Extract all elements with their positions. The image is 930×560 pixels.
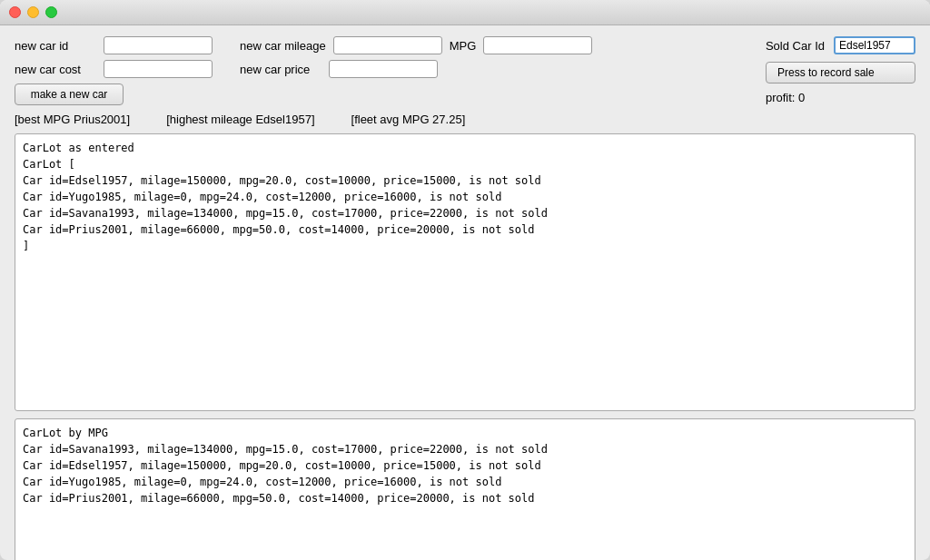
new-car-price-input[interactable]	[329, 60, 438, 78]
mpg-label: MPG	[450, 39, 477, 53]
text-boxes-column: CarLot as entered CarLot [Car id=Edsel19…	[15, 133, 915, 560]
profit-label: profit: 0	[766, 91, 915, 104]
new-car-mileage-label: new car mileage	[240, 39, 326, 53]
main-content: new car id new car cost make a new car n…	[0, 25, 930, 560]
new-car-price-label: new car price	[240, 63, 322, 76]
carlot-by-mpg-line: Car id=Edsel1957, milage=150000, mpg=20.…	[23, 457, 907, 474]
top-controls: new car id new car cost make a new car n…	[15, 36, 915, 105]
left-controls: new car id new car cost make a new car	[15, 36, 213, 105]
sold-car-id-label: Sold Car Id	[766, 39, 825, 53]
new-car-cost-label: new car cost	[15, 63, 96, 76]
carlot-as-entered-line: Car id=Edsel1957, milage=150000, mpg=20.…	[23, 172, 907, 189]
carlot-as-entered-line: Car id=Prius2001, milage=66000, mpg=50.0…	[23, 221, 907, 238]
carlot-by-mpg-line: Car id=Savana1993, milage=134000, mpg=15…	[23, 441, 907, 457]
carlot-by-mpg-title: CarLot by MPG	[23, 425, 907, 441]
new-car-mileage-input[interactable]	[333, 36, 442, 54]
make-car-row: make a new car	[15, 84, 213, 105]
highest-mileage-stat: [highest mileage Edsel1957]	[166, 113, 314, 126]
new-car-id-input[interactable]	[104, 36, 213, 54]
middle-controls: new car mileage MPG new car price	[240, 36, 592, 78]
new-car-mileage-row: new car mileage MPG	[240, 36, 592, 54]
right-controls: Sold Car Id Press to record sale profit:…	[766, 36, 915, 104]
make-car-button[interactable]: make a new car	[15, 84, 124, 105]
maximize-button[interactable]	[45, 6, 57, 18]
best-mpg-stat: [best MPG Prius2001]	[15, 113, 130, 126]
carlot-as-entered-line: CarLot [	[23, 156, 907, 172]
record-sale-button[interactable]: Press to record sale	[766, 62, 915, 84]
carlot-as-entered-lines: CarLot [Car id=Edsel1957, milage=150000,…	[23, 156, 907, 254]
new-car-id-row: new car id	[15, 36, 213, 54]
new-car-cost-row: new car cost	[15, 60, 213, 78]
carlot-as-entered-title: CarLot as entered	[23, 140, 907, 156]
sold-car-id-input[interactable]	[834, 36, 915, 54]
sold-car-id-row: Sold Car Id	[766, 36, 915, 54]
carlot-as-entered-line: ]	[23, 238, 907, 254]
main-window: new car id new car cost make a new car n…	[0, 0, 930, 560]
close-button[interactable]	[9, 6, 21, 18]
mpg-input[interactable]	[483, 36, 592, 54]
new-car-cost-input[interactable]	[104, 60, 213, 78]
new-car-id-label: new car id	[15, 39, 96, 53]
new-car-price-row: new car price	[240, 60, 592, 78]
title-bar	[0, 0, 930, 25]
carlot-as-entered-line: Car id=Savana1993, milage=134000, mpg=15…	[23, 205, 907, 221]
carlot-by-mpg-line: Car id=Yugo1985, milage=0, mpg=24.0, cos…	[23, 474, 907, 490]
carlot-as-entered-line: Car id=Yugo1985, milage=0, mpg=24.0, cos…	[23, 189, 907, 205]
minimize-button[interactable]	[27, 6, 39, 18]
carlot-by-mpg-line: Car id=Prius2001, milage=66000, mpg=50.0…	[23, 490, 907, 506]
stats-row: [best MPG Prius2001] [highest mileage Ed…	[15, 113, 915, 126]
carlot-by-mpg-lines: Car id=Savana1993, milage=134000, mpg=15…	[23, 441, 907, 506]
carlot-by-mpg-box: CarLot by MPG Car id=Savana1993, milage=…	[15, 418, 915, 560]
carlot-as-entered-box: CarLot as entered CarLot [Car id=Edsel19…	[15, 133, 915, 411]
fleet-avg-mpg-stat: [fleet avg MPG 27.25]	[351, 113, 466, 126]
